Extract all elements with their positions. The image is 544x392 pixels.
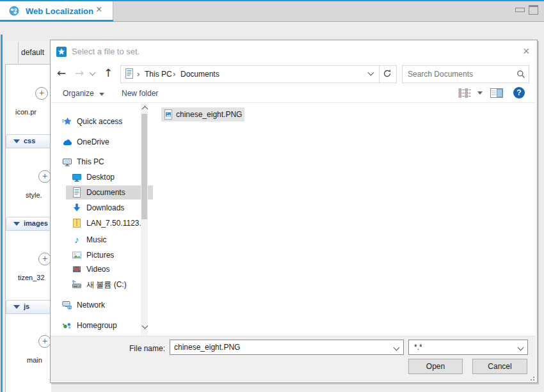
onedrive-icon [62, 137, 72, 147]
file-name-input[interactable] [170, 343, 389, 352]
network-icon [62, 300, 72, 310]
tree-item-label: LAN_7.50.1123. [86, 219, 141, 228]
new-folder-button[interactable]: New folder [122, 89, 158, 98]
tree-item-label: Network [77, 301, 105, 310]
search-input[interactable] [403, 70, 513, 79]
tab-default[interactable]: default [21, 48, 44, 57]
tree-item-videos[interactable]: Videos [54, 262, 165, 276]
up-icon[interactable]: ↑ [104, 67, 113, 79]
organize-caret-icon [99, 93, 104, 96]
drive-icon [72, 279, 82, 290]
window-minimize-icon[interactable] [515, 8, 525, 12]
app-tab-title: Web Localization [26, 6, 93, 16]
this-pc-icon [62, 157, 72, 167]
file-name-combo[interactable] [170, 340, 404, 355]
active-tab-underline [0, 20, 113, 22]
refresh-icon [383, 69, 392, 78]
add-css-button[interactable]: + [38, 170, 51, 183]
file-type-combo[interactable]: *.* [408, 340, 528, 355]
pictures-icon [72, 250, 82, 260]
window-maximize-icon[interactable] [529, 5, 538, 15]
tree-item-lan-zip[interactable]: LAN_7.50.1123. [54, 216, 165, 230]
view-caret-icon[interactable] [477, 91, 483, 95]
tree-item-desktop[interactable]: Desktop [54, 170, 165, 184]
documents-address-icon [125, 68, 134, 79]
cancel-button[interactable]: Cancel [472, 359, 527, 374]
back-icon[interactable]: ← [57, 67, 66, 79]
file-name-label: chinese_eight.PNG [176, 110, 242, 119]
videos-icon [72, 264, 82, 274]
help-icon[interactable]: ? [513, 87, 525, 98]
tree-item-pictures[interactable]: Pictures [54, 248, 165, 262]
tree-item-label: Quick access [77, 117, 122, 126]
tree-item-label: Desktop [86, 173, 115, 182]
homegroup-icon [62, 320, 72, 331]
section-css-label: css [24, 137, 35, 145]
tree-item-downloads[interactable]: Downloads [54, 201, 165, 215]
tree-item-label: Pictures [86, 251, 114, 260]
thumb-label-icon: icon.pr [15, 108, 50, 116]
breadcrumb-this-pc[interactable]: This PC [145, 70, 172, 79]
add-images-button[interactable]: + [38, 253, 51, 265]
tree-item-label: Documents [86, 188, 125, 197]
music-icon: ♪ [72, 235, 82, 245]
organize-label: Organize [63, 89, 94, 98]
tree-item-music[interactable]: ♪ Music [54, 233, 165, 247]
tree-item-label: Downloads [86, 203, 124, 212]
breadcrumb-documents[interactable]: Documents [180, 70, 220, 79]
breadcrumb-separator: › [173, 69, 175, 79]
tree-item-label: Videos [86, 265, 109, 274]
organize-button[interactable]: Organize [63, 89, 104, 98]
search-icon[interactable] [513, 70, 529, 79]
downloads-icon [72, 203, 82, 213]
preview-pane-icon[interactable] [490, 88, 503, 100]
globe-icon [9, 6, 19, 16]
dialog-title: Select a file to set. [72, 47, 140, 56]
section-images[interactable]: images [6, 217, 51, 231]
add-image-button[interactable]: + [35, 87, 48, 100]
file-name-field-label: File name: [125, 344, 165, 353]
change-view-icon[interactable] [458, 88, 472, 100]
thumb-label-tizen: tizen_32 [18, 274, 50, 281]
tree-item-documents[interactable]: Documents [66, 185, 153, 200]
zip-file-icon [72, 218, 82, 228]
add-js-button[interactable]: + [38, 335, 51, 348]
section-images-label: images [24, 219, 48, 227]
breadcrumb-separator: › [137, 69, 140, 79]
dialog-close-icon[interactable]: × [523, 45, 530, 58]
open-button[interactable]: Open [408, 359, 463, 374]
quick-access-icon [62, 116, 72, 127]
screen: Web Localization × default + icon.pr css… [0, 0, 544, 392]
tree-item-label: OneDrive [77, 137, 109, 146]
file-type-value: *.* [409, 343, 513, 352]
collapse-triangle-icon [13, 139, 20, 143]
collapse-triangle-icon [13, 222, 20, 226]
png-file-icon [164, 109, 173, 120]
thumb-label-main: main [27, 356, 50, 364]
tree-item-label: Music [86, 235, 106, 244]
section-js[interactable]: js [6, 300, 51, 314]
forward-icon: → [75, 67, 84, 79]
toolbar-separator [51, 102, 536, 103]
file-item-chinese-eight[interactable]: chinese_eight.PNG [161, 107, 244, 122]
panel-tab-separator [18, 42, 19, 63]
tab-close-icon[interactable]: × [96, 4, 102, 15]
panel-focus-stripe [1, 35, 3, 392]
resize-grip[interactable] [529, 375, 534, 380]
section-js-label: js [24, 302, 29, 310]
scrollbar-thumb[interactable] [141, 114, 147, 219]
file-type-dropdown-chevron-icon[interactable] [513, 345, 527, 350]
thumb-label-style: style. [26, 191, 50, 199]
tree-item-label: Homegroup [77, 321, 117, 330]
collapse-triangle-icon [13, 305, 20, 309]
section-css[interactable]: css [6, 134, 51, 148]
desktop-icon [72, 172, 82, 182]
tree-item-local-disk[interactable]: 새 볼륨 (C:) [54, 278, 165, 292]
file-name-dropdown-chevron-icon[interactable] [389, 345, 403, 350]
documents-icon [72, 187, 82, 198]
search-box[interactable] [402, 65, 529, 83]
tree-item-label: 새 볼륨 (C:) [86, 279, 127, 290]
tree-item-label: This PC [77, 157, 104, 166]
tizen-dialog-icon [56, 47, 67, 57]
